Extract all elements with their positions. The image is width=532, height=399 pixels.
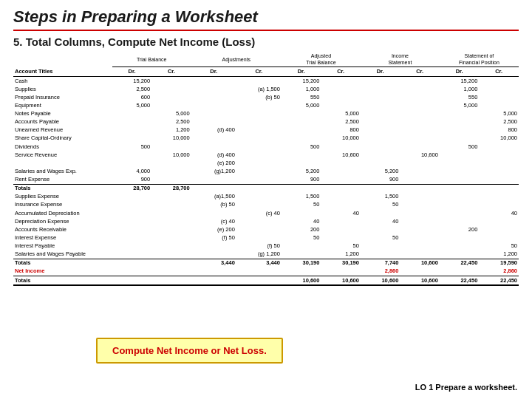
- value-cell: 550: [440, 93, 479, 101]
- value-cell: 1,200: [321, 250, 360, 259]
- table-row: Rent Expense900900900: [13, 176, 519, 185]
- value-cell: [236, 77, 282, 86]
- value-cell: [440, 209, 479, 217]
- value-cell: [321, 77, 360, 86]
- value-cell: 5,200: [361, 167, 400, 175]
- value-cell: 900: [282, 176, 321, 185]
- value-cell: 30,190: [321, 259, 360, 267]
- value-cell: [151, 233, 191, 242]
- value-cell: [112, 242, 151, 250]
- account-cell: Share Capital-Ordinary: [13, 134, 112, 143]
- value-cell: [400, 143, 439, 151]
- value-cell: [479, 225, 519, 233]
- value-cell: 10,000: [151, 151, 191, 159]
- value-cell: [400, 193, 439, 201]
- value-cell: 3,440: [236, 259, 282, 267]
- value-cell: 50: [361, 233, 400, 242]
- value-cell: [282, 267, 321, 276]
- value-cell: [236, 193, 282, 201]
- value-cell: 5,000: [282, 101, 321, 109]
- page-title: Steps in Preparing a Worksheet: [13, 7, 519, 27]
- value-cell: [151, 167, 191, 175]
- value-cell: [236, 267, 282, 276]
- value-cell: [440, 267, 479, 276]
- value-cell: 5,000: [479, 110, 519, 118]
- value-cell: 15,200: [112, 77, 151, 86]
- account-cell: Salaries and Wages Payable: [13, 250, 112, 259]
- value-cell: (g)1,200: [191, 167, 236, 175]
- value-cell: [112, 209, 151, 217]
- value-cell: [236, 217, 282, 225]
- col-header-account: Account Titles: [13, 66, 112, 76]
- account-cell: Unearned Revenue: [13, 126, 112, 134]
- account-cell: Accumulated Depreciation: [13, 209, 112, 217]
- value-cell: [191, 242, 236, 250]
- value-cell: [479, 101, 519, 109]
- value-cell: 22,450: [479, 276, 519, 286]
- value-cell: 30,190: [282, 259, 321, 267]
- value-cell: 40: [361, 217, 400, 225]
- value-cell: 28,700: [112, 184, 151, 193]
- value-cell: [282, 110, 321, 118]
- col-header-tb-dr: Dr.: [112, 66, 151, 76]
- value-cell: [479, 193, 519, 201]
- value-cell: [440, 110, 479, 118]
- value-cell: 22,450: [440, 259, 479, 267]
- value-cell: 800: [321, 126, 360, 134]
- value-cell: [282, 250, 321, 259]
- value-cell: [400, 85, 439, 93]
- value-cell: [321, 143, 360, 151]
- value-cell: [191, 176, 236, 185]
- table-row: Supplies2,500(a) 1,5001,0001,000: [13, 85, 519, 93]
- value-cell: (f) 50: [191, 233, 236, 242]
- account-cell: Totals: [13, 276, 112, 286]
- table-row: Supplies Expense(a)1,5001,5001,500: [13, 193, 519, 201]
- value-cell: 2,860: [479, 267, 519, 276]
- value-cell: [112, 225, 151, 233]
- table-row: Interest Expense(f) 505050: [13, 233, 519, 242]
- value-cell: [151, 193, 191, 201]
- value-cell: (c) 40: [191, 217, 236, 225]
- value-cell: [236, 233, 282, 242]
- value-cell: [361, 242, 400, 250]
- value-cell: [282, 209, 321, 217]
- value-cell: [112, 267, 151, 276]
- value-cell: [479, 217, 519, 225]
- value-cell: [479, 167, 519, 175]
- table-row: Service Revenue10,000(d) 40010,60010,600: [13, 151, 519, 159]
- highlight-text: Compute Net Income or Net Loss.: [112, 345, 267, 356]
- account-cell: [13, 159, 112, 167]
- red-divider: [13, 30, 519, 31]
- value-cell: 5,000: [440, 101, 479, 109]
- value-cell: 500: [282, 143, 321, 151]
- value-cell: [361, 225, 400, 233]
- value-cell: 1,500: [361, 193, 400, 201]
- value-cell: [112, 201, 151, 209]
- value-cell: (d) 400: [191, 126, 236, 134]
- value-cell: [361, 93, 400, 101]
- value-cell: 22,450: [440, 276, 479, 286]
- table-row: Interest Payable(f) 505050: [13, 242, 519, 250]
- value-cell: [236, 143, 282, 151]
- value-cell: [440, 176, 479, 185]
- value-cell: 50: [282, 233, 321, 242]
- value-cell: [479, 201, 519, 209]
- value-cell: 5,000: [321, 110, 360, 118]
- col-header-sfp-cr: Cr.: [479, 66, 519, 76]
- value-cell: [440, 193, 479, 201]
- col-adjustments: Adjustments: [191, 52, 282, 66]
- col-header-atb-dr: Dr.: [282, 66, 321, 76]
- value-cell: [151, 209, 191, 217]
- col-header-tb-cr: Cr.: [151, 66, 191, 76]
- value-cell: 2,500: [321, 118, 360, 126]
- value-cell: 50: [321, 242, 360, 250]
- value-cell: [440, 118, 479, 126]
- value-cell: (c) 40: [236, 209, 282, 217]
- table-row: (e) 200: [13, 159, 519, 167]
- value-cell: 15,200: [440, 77, 479, 86]
- value-cell: (g) 1,200: [236, 250, 282, 259]
- account-cell: Accounts Receivable: [13, 225, 112, 233]
- value-cell: 10,600: [400, 151, 439, 159]
- value-cell: [440, 151, 479, 159]
- value-cell: [440, 201, 479, 209]
